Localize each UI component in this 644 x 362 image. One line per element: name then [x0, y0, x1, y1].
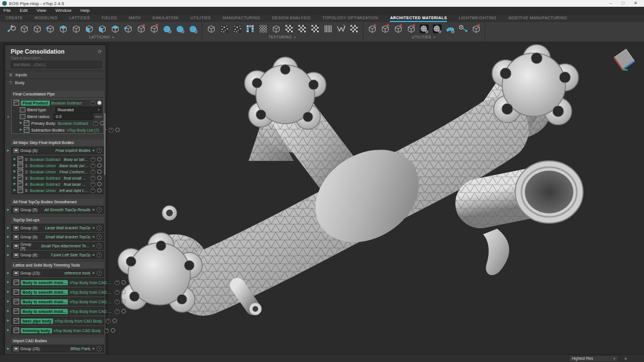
- texture-cells-icon[interactable]: [205, 23, 217, 34]
- block-name-chip[interactable]: Body to smooth insid...: [21, 290, 68, 295]
- tab-design-analysis[interactable]: DESIGN ANALYSIS: [272, 14, 311, 22]
- expand-panel-icon[interactable]: ∧: [624, 356, 627, 361]
- expand-arrow-icon[interactable]: ▶: [7, 272, 9, 275]
- visibility-toggle[interactable]: [97, 157, 102, 162]
- add-body-utility-icon[interactable]: [366, 23, 378, 34]
- prop-primary-body[interactable]: ▶ Primary Body: Boolean Subtract Body w/…: [12, 120, 103, 127]
- panel-scrollbar[interactable]: [104, 113, 106, 175]
- blend-lattice-icon[interactable]: [161, 23, 173, 34]
- tab-lightweighting[interactable]: LIGHTWEIGHTING: [459, 14, 497, 22]
- info-icon[interactable]: ?: [97, 207, 102, 212]
- info-icon[interactable]: ?: [90, 176, 95, 181]
- pipe-model[interactable]: [118, 45, 583, 315]
- expand-arrow-icon[interactable]: ▶: [7, 245, 9, 248]
- close-button[interactable]: ✕: [629, 0, 642, 7]
- dot-pattern-icon[interactable]: [257, 23, 269, 34]
- named-block[interactable]: ▶Body to smooth insid...nTop Body from C…: [5, 288, 104, 296]
- info-icon[interactable]: ?: [90, 188, 95, 193]
- collapse-arrow-icon[interactable]: ▼: [7, 116, 10, 119]
- stripe-texture-icon[interactable]: [322, 23, 334, 34]
- menu-edit[interactable]: Edit: [20, 8, 28, 13]
- inputs-section-header[interactable]: ⚙ Inputs: [5, 71, 106, 78]
- block-name-chip[interactable]: trimming body: [21, 328, 52, 333]
- expand-arrow-icon[interactable]: ▶: [7, 309, 9, 313]
- visibility-toggle[interactable]: [112, 319, 117, 323]
- visibility-toggle[interactable]: [121, 280, 126, 285]
- visibility-toggle[interactable]: [97, 188, 102, 193]
- info-icon[interactable]: ?: [97, 234, 102, 239]
- cell-texture-icon[interactable]: [270, 23, 282, 34]
- visibility-toggle[interactable]: [97, 101, 102, 105]
- blend-radius-input[interactable]: 0.0: [54, 114, 93, 120]
- visibility-toggle[interactable]: [121, 290, 126, 294]
- info-icon[interactable]: ?: [115, 299, 120, 304]
- info-icon[interactable]: ?: [106, 319, 111, 324]
- info-icon[interactable]: ?: [115, 290, 120, 295]
- add-block-input[interactable]: [11, 61, 102, 68]
- list-item[interactable]: ▶3:Boolean Subtractfinal small wall brac…: [12, 175, 103, 181]
- description-input[interactable]: [11, 55, 102, 61]
- remap-field-icon[interactable]: [457, 23, 469, 34]
- group-block[interactable]: ▶Group (8):T-joint Left Side TopOp+?: [5, 251, 104, 259]
- named-block[interactable]: ▶Body to smooth insid...nTop Body from C…: [5, 298, 104, 306]
- tab-fields[interactable]: FIELDS: [102, 14, 117, 22]
- gyroid-texture-icon[interactable]: [231, 23, 243, 34]
- view-cube-gizmo[interactable]: [614, 49, 637, 72]
- add-icon[interactable]: +: [92, 271, 95, 276]
- wave-displace-icon[interactable]: [335, 23, 347, 34]
- expand-arrow-icon[interactable]: ▶: [7, 290, 9, 294]
- info-icon[interactable]: ?: [97, 243, 102, 248]
- conformal-lattice-icon[interactable]: [122, 23, 134, 34]
- info-icon[interactable]: ?: [97, 148, 102, 153]
- expand-arrow-icon[interactable]: ▶: [14, 170, 16, 173]
- expand-arrow-icon[interactable]: ▶: [14, 158, 16, 161]
- expand-arrow-icon[interactable]: ▶: [7, 149, 9, 152]
- info-icon[interactable]: ?: [115, 309, 120, 314]
- tab-utilities[interactable]: UTILITIES: [190, 14, 211, 22]
- expand-arrow-icon[interactable]: ▶: [14, 182, 16, 186]
- block-name-chip[interactable]: Body to smooth insid...: [21, 280, 68, 285]
- tab-lattices[interactable]: LATTICES: [69, 14, 90, 22]
- expand-arrow-icon[interactable]: ▶: [7, 208, 9, 212]
- toolbar-group-label[interactable]: TEXTURING▼: [268, 35, 297, 39]
- expand-arrow-icon[interactable]: ▶: [14, 164, 16, 167]
- info-icon[interactable]: ?: [90, 169, 95, 175]
- info-icon[interactable]: ?: [97, 271, 102, 276]
- expand-arrow-icon[interactable]: ▶: [20, 128, 22, 132]
- fill-lattice-icon[interactable]: [83, 23, 95, 34]
- graph-lattice-icon[interactable]: [70, 23, 82, 34]
- group-block[interactable]: ▶Group (6):Small Wall bracket TopOp+?: [5, 233, 104, 241]
- expand-arrow-icon[interactable]: ▶: [7, 329, 9, 332]
- rounded-sphere-icon[interactable]: [431, 23, 443, 34]
- expand-arrow-icon[interactable]: ▶: [20, 121, 22, 125]
- list-item[interactable]: ▶2:Boolean UnionFinal Conformal Lattice …: [12, 169, 103, 175]
- toolbar-group-label[interactable]: UTILITIES▼: [412, 35, 436, 39]
- lattice-tool-icon[interactable]: [5, 23, 17, 34]
- group-block[interactable]: ▶Group (9):Small Pipe Attachment TopOp+?: [5, 242, 104, 250]
- add-icon[interactable]: +: [92, 149, 95, 153]
- info-icon[interactable]: ?: [90, 163, 95, 168]
- tab-simulation[interactable]: SIMULATION: [153, 14, 179, 22]
- visibility-toggle[interactable]: [115, 128, 120, 132]
- list-item[interactable]: ▶0:Boolean SubtractBody w/ lattice and d…: [12, 156, 103, 163]
- cell-map-cube-icon[interactable]: [31, 23, 43, 34]
- expand-arrow-icon[interactable]: ▶: [7, 226, 9, 230]
- sphere-primitive-icon[interactable]: [418, 23, 430, 34]
- add-icon[interactable]: +: [92, 347, 95, 351]
- add-icon[interactable]: +: [92, 253, 95, 258]
- expand-arrow-icon[interactable]: ▶: [7, 235, 9, 239]
- surface-texture-icon[interactable]: [348, 23, 360, 34]
- blend-type-dropdown[interactable]: Rounded▾: [55, 107, 102, 113]
- expand-arrow-icon[interactable]: ▶: [7, 347, 9, 351]
- maximize-button[interactable]: □: [617, 0, 629, 7]
- add-icon[interactable]: +: [92, 244, 95, 248]
- list-item[interactable]: ▶4:Boolean Subtractfinal large wall brac…: [12, 181, 103, 187]
- expand-arrow-icon[interactable]: ▶: [14, 176, 16, 180]
- named-block[interactable]: ▶Body to smooth insid...nTop Body from C…: [5, 278, 104, 286]
- named-block[interactable]: ▶base pipe bodynTop Body from CAD Body?: [5, 317, 104, 325]
- fine-checker-texture-icon[interactable]: [309, 23, 321, 34]
- drape-lattice-icon[interactable]: [174, 23, 186, 34]
- diamond-texture-icon[interactable]: [296, 23, 308, 34]
- info-icon[interactable]: ?: [108, 128, 114, 133]
- resolution-dropdown[interactable]: Highest Res▼: [569, 355, 619, 362]
